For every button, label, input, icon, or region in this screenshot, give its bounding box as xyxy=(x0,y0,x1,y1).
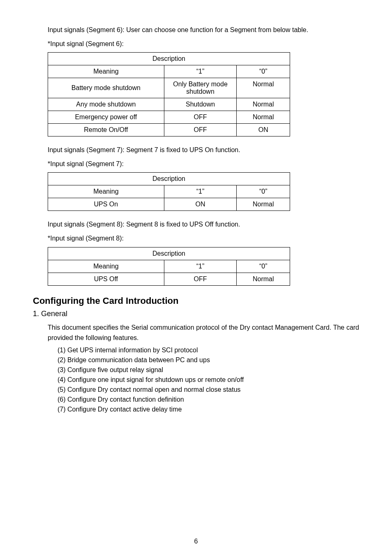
feature-list: (1) Get UPS internal information by SCI … xyxy=(33,347,359,413)
table-header: Description xyxy=(48,53,290,65)
table-header: Description xyxy=(48,247,290,260)
paragraph: *Input signal (Segment 6): xyxy=(33,39,359,49)
paragraph: *Input signal (Segment 7): xyxy=(33,159,359,169)
cell: Any mode shutdown xyxy=(48,98,164,111)
section-heading: Configuring the Card Introduction xyxy=(33,296,359,306)
paragraph: Input signals (Segment 6): User can choo… xyxy=(33,25,359,35)
cell-line: shutdown xyxy=(186,88,214,95)
list-item: (2) Bridge communication data between PC… xyxy=(58,356,359,364)
subsection-heading: 1. General xyxy=(33,310,359,318)
cell: “0” xyxy=(237,65,290,78)
table-segment6: Description Meaning “1” “0” Battery mode… xyxy=(48,52,290,136)
cell: Meaning xyxy=(48,260,164,273)
list-item: (6) Configure Dry contact function defin… xyxy=(58,396,359,403)
cell: OFF xyxy=(164,273,237,285)
paragraph: Input signals (Segment 7): Segment 7 is … xyxy=(33,145,359,155)
cell: Normal xyxy=(237,273,290,285)
page-number: 6 xyxy=(0,538,392,545)
cell: OFF xyxy=(164,111,237,124)
cell: “0” xyxy=(237,260,290,273)
cell: Emergency power off xyxy=(48,111,164,124)
cell: Only Battery mode shutdown xyxy=(164,78,237,98)
cell: Meaning xyxy=(48,185,164,198)
cell: Normal xyxy=(237,198,290,211)
list-item: (1) Get UPS internal information by SCI … xyxy=(58,347,359,354)
table-header: Description xyxy=(48,173,290,185)
cell: OFF xyxy=(164,124,237,136)
cell: ON xyxy=(164,198,237,211)
cell: Normal xyxy=(237,78,290,98)
list-item: (7) Configure Dry contact active delay t… xyxy=(58,406,359,413)
cell: Normal xyxy=(237,98,290,111)
paragraph: This document specifies the Serial commu… xyxy=(33,322,359,343)
paragraph: Input signals (Segment 8): Segment 8 is … xyxy=(33,219,359,230)
table-segment8: Description Meaning “1” “0” UPS Off OFF … xyxy=(48,247,290,286)
cell: “1” xyxy=(164,65,237,78)
cell: Normal xyxy=(237,111,290,124)
cell: Shutdown xyxy=(164,98,237,111)
cell: “0” xyxy=(237,185,290,198)
list-item: (3) Configure five output relay signal xyxy=(58,366,359,374)
cell: Remote On/Off xyxy=(48,124,164,136)
table-segment7: Description Meaning “1” “0” UPS On ON No… xyxy=(48,172,290,211)
paragraph: *Input signal (Segment 8): xyxy=(33,233,359,244)
cell: “1” xyxy=(164,260,237,273)
cell: “1” xyxy=(164,185,237,198)
list-item: (5) Configure Dry contact normal open an… xyxy=(58,386,359,393)
list-item: (4) Configure one input signal for shutd… xyxy=(58,376,359,384)
cell: Meaning xyxy=(48,65,164,78)
cell: Battery mode shutdown xyxy=(48,78,164,98)
cell-line: Only Battery mode xyxy=(173,81,228,88)
cell: UPS Off xyxy=(48,273,164,285)
cell: ON xyxy=(237,124,290,136)
cell: UPS On xyxy=(48,198,164,211)
